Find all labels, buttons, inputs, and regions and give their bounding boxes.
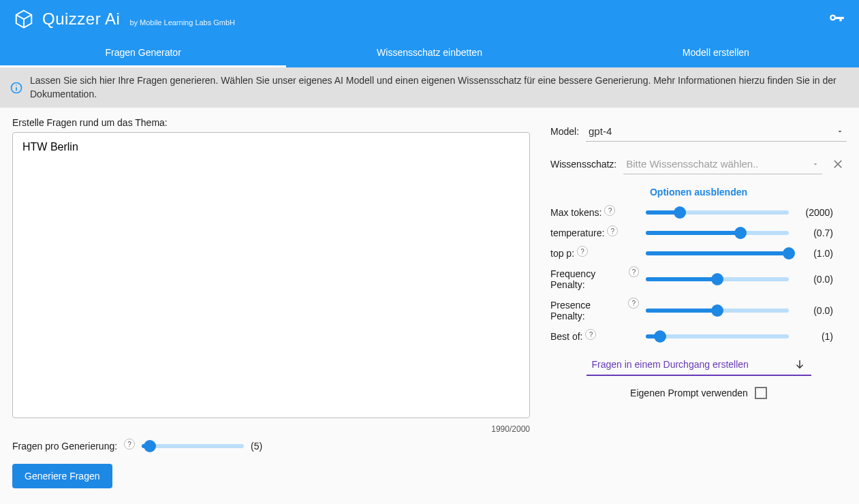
tab-wissensschatz-einbetten[interactable]: Wissensschatz einbetten (286, 37, 572, 67)
slider-fill (646, 231, 740, 235)
param-value: (2000) (796, 207, 833, 218)
model-label: Model: (550, 126, 579, 137)
app-title: Quizzer Ai (42, 10, 120, 29)
chevron-down-icon (811, 160, 819, 168)
app-subtitle: by Mobile Learning Labs GmbH (129, 18, 235, 29)
param-slider[interactable] (646, 334, 789, 338)
slider-thumb[interactable] (711, 304, 723, 317)
param-value: (0.0) (796, 305, 833, 316)
clear-ws-button[interactable] (829, 155, 847, 173)
param-value: (1) (796, 331, 833, 342)
qpg-label: Fragen pro Generierung: (12, 441, 117, 452)
slider-thumb[interactable] (783, 247, 795, 259)
param-value: (0.7) (796, 227, 833, 238)
param-slider[interactable] (646, 231, 789, 235)
key-icon[interactable] (828, 10, 845, 28)
slider-fill (646, 309, 717, 313)
main-tabs: Fragen Generator Wissensschatz einbetten… (0, 37, 859, 67)
param-row: Presence Penalty:?(0.0) (550, 300, 847, 321)
model-value: gpt-4 (589, 125, 612, 137)
param-row: Max tokens:?(2000) (550, 207, 847, 218)
help-icon[interactable]: ? (604, 205, 615, 216)
qpg-value: (5) (251, 441, 282, 452)
param-value: (0.0) (796, 274, 833, 285)
qpg-slider[interactable] (142, 444, 244, 448)
svg-point-2 (16, 84, 17, 86)
help-icon[interactable]: ? (124, 439, 135, 450)
options-toggle[interactable]: Optionen ausblenden (550, 187, 847, 198)
param-label: Max tokens: (550, 207, 602, 218)
param-label: Presence Penalty: (550, 300, 625, 321)
param-row: Frequency Penalty:?(0.0) (550, 268, 847, 290)
info-banner: Lassen Sie sich hier Ihre Fragen generie… (0, 67, 859, 108)
param-row: top p:?(1.0) (550, 248, 847, 259)
topic-input[interactable] (12, 132, 530, 418)
tab-modell-erstellen[interactable]: Modell erstellen (573, 37, 859, 67)
char-count: 1990/2000 (12, 424, 530, 434)
param-slider[interactable] (646, 309, 789, 313)
chevron-down-icon (836, 127, 844, 136)
param-slider[interactable] (646, 277, 789, 281)
help-icon[interactable]: ? (585, 329, 596, 340)
help-icon[interactable]: ? (628, 298, 639, 309)
ws-placeholder: Bitte Wissensschatz wählen.. (626, 158, 758, 170)
own-prompt-label: Eigenen Prompt verwenden (630, 388, 748, 398)
help-icon[interactable]: ? (629, 266, 639, 277)
ws-label: Wissensschatz: (550, 159, 616, 170)
help-icon[interactable]: ? (607, 225, 618, 236)
help-icon[interactable]: ? (577, 246, 588, 257)
brand: Quizzer Ai by Mobile Learning Labs GmbH (14, 9, 235, 29)
slider-thumb[interactable] (144, 440, 156, 452)
generation-mode-select[interactable]: Fragen in einem Durchgang erstellen (587, 354, 811, 376)
info-text: Lassen Sie sich hier Ihre Fragen generie… (30, 74, 849, 101)
param-label: Frequency Penalty: (550, 268, 626, 290)
model-select[interactable]: gpt-4 (586, 121, 847, 142)
slider-thumb[interactable] (654, 330, 666, 343)
arrow-down-icon (794, 358, 806, 371)
mode-select-value: Fragen in einem Durchgang erstellen (592, 359, 749, 370)
param-row: temperature:?(0.7) (550, 227, 847, 238)
slider-thumb[interactable] (711, 273, 723, 285)
topic-label: Erstelle Fragen rund um das Thema: (12, 117, 530, 128)
param-row: Best of:?(1) (550, 331, 847, 342)
slider-thumb[interactable] (734, 227, 747, 239)
info-icon (10, 74, 23, 101)
param-label: Best of: (550, 331, 582, 342)
param-slider[interactable] (646, 251, 789, 255)
cube-icon (14, 9, 34, 29)
param-slider[interactable] (646, 210, 789, 215)
wissensschatz-select[interactable]: Bitte Wissensschatz wählen.. (623, 154, 822, 174)
own-prompt-checkbox[interactable] (755, 387, 767, 399)
param-value: (1.0) (796, 248, 833, 259)
slider-fill (646, 277, 717, 281)
tab-fragen-generator[interactable]: Fragen Generator (0, 37, 286, 67)
generate-button[interactable]: Generiere Fragen (12, 464, 112, 488)
slider-thumb[interactable] (674, 206, 686, 219)
app-header: Quizzer Ai by Mobile Learning Labs GmbH (0, 0, 859, 37)
slider-fill (646, 251, 789, 255)
param-label: temperature: (550, 227, 604, 238)
param-label: top p: (550, 248, 574, 259)
